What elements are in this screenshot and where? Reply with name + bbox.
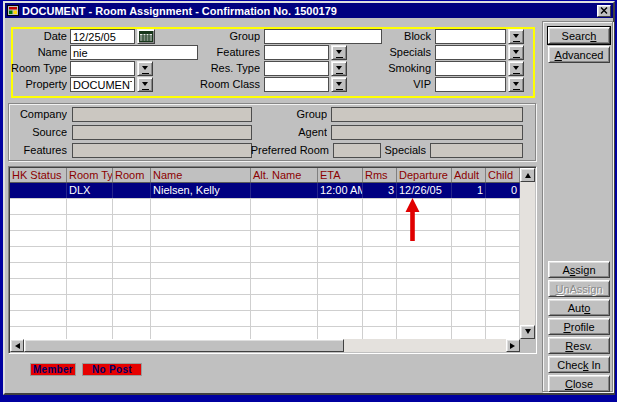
- cell-room-type: [67, 215, 113, 230]
- grid-row-empty[interactable]: [10, 295, 520, 311]
- scroll-down-button[interactable]: [520, 325, 535, 339]
- vip-lov-button[interactable]: [508, 77, 524, 92]
- check-in-button[interactable]: Check In: [548, 356, 610, 373]
- cell-rms: [363, 279, 397, 294]
- res-type-field[interactable]: [264, 61, 329, 76]
- cell-room: [113, 327, 151, 339]
- vip-field[interactable]: [435, 77, 506, 92]
- scroll-up-icon: [525, 170, 531, 178]
- cell-eta: [318, 199, 363, 214]
- scroll-right-button[interactable]: [506, 339, 520, 352]
- cell-eta: [318, 215, 363, 230]
- cell-room: [113, 199, 151, 214]
- cell-child: [486, 263, 520, 278]
- room-class-field[interactable]: [264, 77, 329, 92]
- specials-field[interactable]: [435, 45, 506, 60]
- cell-adult: [452, 231, 486, 246]
- cell-adult: [452, 295, 486, 310]
- auto-button[interactable]: Auto: [548, 299, 610, 316]
- group-label: Group: [255, 107, 327, 122]
- vip-label: VIP: [353, 77, 431, 92]
- cell-child: [486, 311, 520, 326]
- cell-hk-status: [10, 215, 67, 230]
- features-field[interactable]: [264, 45, 329, 60]
- grid-row-empty[interactable]: [10, 247, 520, 263]
- grid-row-empty[interactable]: [10, 279, 520, 295]
- window-title: DOCUMENT - Room Assignment - Confirmatio…: [22, 5, 597, 17]
- scroll-down-icon: [525, 329, 531, 337]
- calendar-button[interactable]: [137, 29, 155, 44]
- block-lov-button[interactable]: [508, 29, 524, 44]
- specials-lov-button[interactable]: [508, 45, 524, 60]
- profile-button[interactable]: Profile: [548, 318, 610, 335]
- scroll-up-button[interactable]: [520, 168, 535, 182]
- assign-button[interactable]: Assign: [548, 261, 610, 278]
- grid-body: DLXNielsen, Kelly12:00 AM312/26/0510: [10, 183, 520, 339]
- grid-row-empty[interactable]: [10, 231, 520, 247]
- cell-room-type: [67, 327, 113, 339]
- smoking-field[interactable]: [435, 61, 506, 76]
- column-header-child: Child: [486, 168, 520, 182]
- cell-eta: [318, 279, 363, 294]
- cell-hk-status: [10, 247, 67, 262]
- close-button[interactable]: Close: [548, 375, 610, 392]
- chevron-down-icon: [336, 66, 342, 73]
- cell-rms: [363, 327, 397, 339]
- cell-room: [113, 279, 151, 294]
- cell-room-type: [67, 231, 113, 246]
- advanced-button[interactable]: Advanced: [548, 46, 610, 63]
- room-type-lov-button[interactable]: [137, 61, 153, 76]
- horizontal-scroll-thumb[interactable]: [24, 339, 344, 352]
- cell-name: [151, 279, 251, 294]
- property-label: Property: [9, 77, 67, 92]
- features-lov-button[interactable]: [331, 45, 347, 60]
- cell-hk-status: [10, 231, 67, 246]
- agent-label: Agent: [255, 125, 327, 140]
- chevron-down-icon: [142, 82, 148, 89]
- cell-alt-name: [251, 199, 318, 214]
- cell-departure: [397, 247, 452, 262]
- block-field[interactable]: [435, 29, 506, 44]
- company-label: Company: [9, 107, 67, 122]
- vertical-scrollbar[interactable]: [520, 168, 535, 339]
- close-button[interactable]: [597, 5, 611, 17]
- cell-adult: [452, 263, 486, 278]
- name-field[interactable]: [70, 45, 198, 60]
- cell-alt-name: [251, 215, 318, 230]
- horizontal-scrollbar[interactable]: [10, 339, 520, 352]
- column-header-departure: Departure: [397, 168, 452, 182]
- room-class-lov-button[interactable]: [331, 77, 347, 92]
- grid-row-empty[interactable]: [10, 327, 520, 339]
- group-label: Group: [187, 29, 260, 44]
- scroll-left-button[interactable]: [10, 339, 24, 352]
- unassign-button: UnAssign: [548, 280, 610, 297]
- cell-alt-name: [251, 231, 318, 246]
- property-field[interactable]: [70, 77, 135, 92]
- cell-adult: [452, 247, 486, 262]
- grid-row-empty[interactable]: [10, 311, 520, 327]
- cell-alt-name: [251, 295, 318, 310]
- cell-room-type: [67, 311, 113, 326]
- cell-hk-status: [10, 199, 67, 214]
- cell-room-type: [67, 295, 113, 310]
- resv-button[interactable]: Resv.: [548, 337, 610, 354]
- scrollbar-corner: [520, 339, 535, 352]
- cell-rms: [363, 215, 397, 230]
- search-button[interactable]: Search: [548, 27, 610, 44]
- smoking-lov-button[interactable]: [508, 61, 524, 76]
- cell-adult: [452, 311, 486, 326]
- chevron-down-icon: [513, 66, 519, 73]
- date-field[interactable]: [70, 29, 135, 44]
- room-type-field[interactable]: [70, 61, 135, 76]
- grid-row-empty[interactable]: [10, 215, 520, 231]
- grid-row-empty[interactable]: [10, 263, 520, 279]
- smoking-label: Smoking: [353, 61, 431, 76]
- features-label: Features: [9, 143, 67, 158]
- cell-departure: [397, 311, 452, 326]
- grid-row-empty[interactable]: [10, 199, 520, 215]
- room-class-label: Room Class: [187, 77, 260, 92]
- property-lov-button[interactable]: [137, 77, 153, 92]
- cell-room-type: [67, 247, 113, 262]
- grid-row-reservation[interactable]: DLXNielsen, Kelly12:00 AM312/26/0510: [10, 183, 520, 199]
- res-type-lov-button[interactable]: [331, 61, 347, 76]
